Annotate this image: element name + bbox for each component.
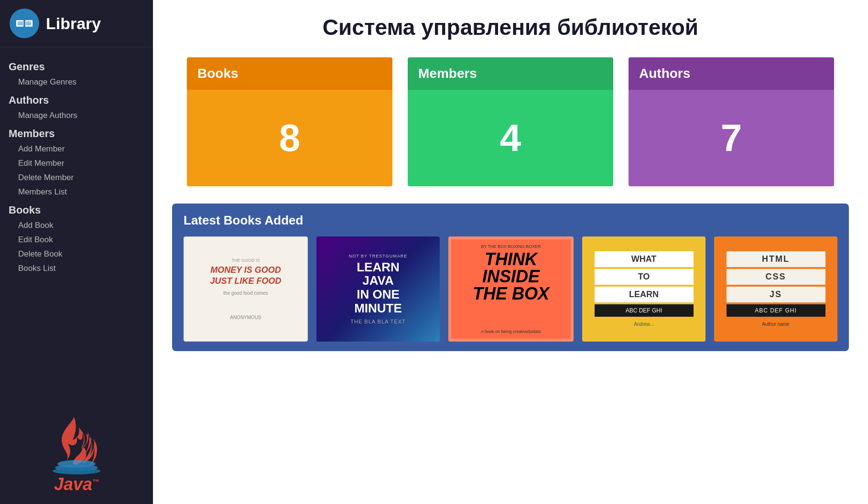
book4-author: Andrew... xyxy=(634,322,654,327)
book2-not-by: NOT BY TRESTGUMARE xyxy=(349,254,408,258)
latest-books-title: Latest Books Added xyxy=(184,213,837,228)
book1-title: MONEY IS GOODJUST LIKE FOOD xyxy=(210,265,281,287)
book1-subtitle: the good food comes xyxy=(223,290,268,296)
book5-dark: ABC DEF GHI xyxy=(727,304,825,317)
sidebar-section-genres: Genres xyxy=(5,61,148,73)
sidebar-item-edit-book[interactable]: Edit Book xyxy=(5,233,148,247)
book3-sub: A book on being creative/potato xyxy=(481,329,541,334)
book-card-4[interactable]: WHAT TO LEARN ABC DEF GHI Andrew... xyxy=(582,236,705,342)
stat-card-authors-count: 7 xyxy=(629,90,834,186)
logo-area: Library xyxy=(0,0,153,47)
stats-row: Books 8 Members 4 Authors 7 xyxy=(172,57,849,186)
book5-line2: CSS xyxy=(727,269,825,285)
stat-card-books: Books 8 xyxy=(187,57,392,186)
books-row: THE GOOD IS MONEY IS GOODJUST LIKE FOOD … xyxy=(184,236,837,342)
sidebar-item-members-list[interactable]: Members List xyxy=(5,185,148,199)
book5-author: Author name xyxy=(762,322,789,327)
java-brand-label: Java™ xyxy=(54,474,99,494)
sidebar-item-add-member[interactable]: Add Member xyxy=(5,142,148,156)
java-logo-area: Java™ xyxy=(0,407,153,504)
sidebar-item-delete-book[interactable]: Delete Book xyxy=(5,247,148,261)
svg-rect-2 xyxy=(23,19,25,27)
sidebar: Library Genres Manage Genres Authors Man… xyxy=(0,0,153,504)
book-card-3[interactable]: BY THE BOX BOXING BOXER THINKINSIDETHE B… xyxy=(448,236,574,342)
latest-books-section: Latest Books Added THE GOOD IS MONEY IS … xyxy=(172,204,849,351)
book2-title: LEARNJAVAIN ONEMINUTE xyxy=(354,260,402,315)
book1-tagline: THE GOOD IS xyxy=(231,258,260,263)
stat-card-members-header: Members xyxy=(408,57,613,90)
stat-card-members-count: 4 xyxy=(408,90,613,186)
book-card-5[interactable]: HTML CSS JS ABC DEF GHI Author name xyxy=(714,236,837,342)
book4-line2: TO xyxy=(595,269,694,285)
sidebar-nav: Genres Manage Genres Authors Manage Auth… xyxy=(0,47,153,407)
book5-line1: HTML xyxy=(727,251,825,267)
sidebar-section-authors: Authors xyxy=(5,94,148,107)
stat-card-members: Members 4 xyxy=(408,57,613,186)
book3-by: BY THE BOX BOXING BOXER xyxy=(481,244,541,249)
sidebar-section-books: Books xyxy=(5,204,148,216)
sidebar-item-delete-member[interactable]: Delete Member xyxy=(5,171,148,185)
sidebar-item-books-list[interactable]: Books List xyxy=(5,261,148,276)
book2-bottom: THE BLA BLA TEXT xyxy=(350,319,405,324)
book4-dark: ABC DEF GHI xyxy=(595,304,694,317)
stat-card-books-count: 8 xyxy=(187,90,392,186)
svg-point-11 xyxy=(53,468,100,474)
book1-author: ANONYMOUS xyxy=(230,315,261,320)
java-flame-icon xyxy=(48,412,105,474)
sidebar-item-manage-authors[interactable]: Manage Authors xyxy=(5,108,148,123)
page-title: Система управления библиотекой xyxy=(172,14,849,40)
book3-title: THINKINSIDETHE BOX xyxy=(473,251,549,302)
stat-card-books-header: Books xyxy=(187,57,392,90)
sidebar-item-edit-member[interactable]: Edit Member xyxy=(5,156,148,171)
sidebar-item-manage-genres[interactable]: Manage Genres xyxy=(5,75,148,89)
stat-card-authors-header: Authors xyxy=(629,57,834,90)
library-logo-icon xyxy=(10,9,39,38)
main-content: Система управления библиотекой Books 8 M… xyxy=(153,0,868,504)
book5-line3: JS xyxy=(727,287,825,302)
book-card-1[interactable]: THE GOOD IS MONEY IS GOODJUST LIKE FOOD … xyxy=(184,236,308,342)
sidebar-section-members: Members xyxy=(5,128,148,140)
stat-card-authors: Authors 7 xyxy=(629,57,834,186)
book4-line1: WHAT xyxy=(595,251,694,267)
sidebar-item-add-book[interactable]: Add Book xyxy=(5,218,148,233)
app-title: Library xyxy=(46,14,101,33)
book4-line3: LEARN xyxy=(595,287,694,302)
book-card-2[interactable]: NOT BY TRESTGUMARE LEARNJAVAIN ONEMINUTE… xyxy=(316,236,440,342)
